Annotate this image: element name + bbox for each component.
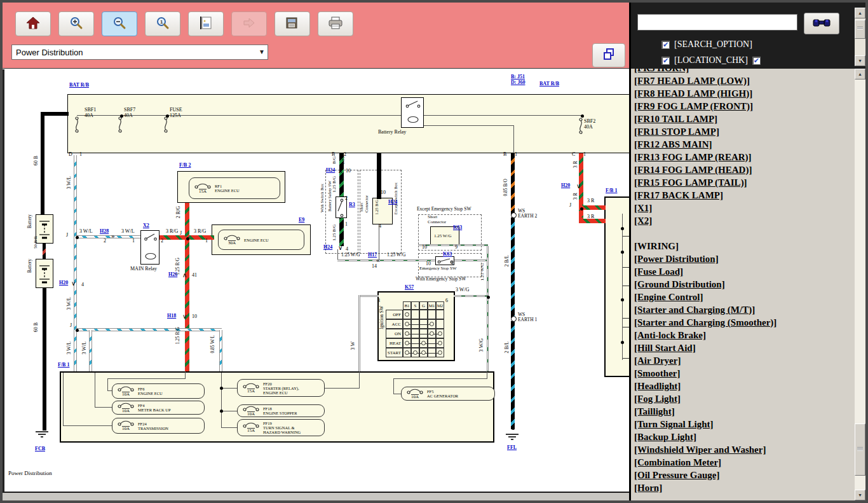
sidebar-link[interactable]: [FR9 FOG LAMP (FRONT)] xyxy=(634,100,855,113)
label-10: 10 xyxy=(192,314,197,320)
sidebar-link[interactable]: [FR14 FOG LAMP (HEAD)] xyxy=(634,163,855,176)
page-preview-button[interactable] xyxy=(188,11,224,36)
sidebar-link[interactable]: [FR5 HORN] xyxy=(634,69,855,74)
zoom-out-button[interactable] xyxy=(102,11,137,36)
sidebar-link[interactable]: [X1] xyxy=(634,202,855,214)
sidebar-link[interactable]: [FR12 ABS MAIN] xyxy=(634,138,855,151)
scroll-thumb[interactable] xyxy=(855,424,865,476)
sidebar-link[interactable]: [Air Dryer] xyxy=(634,354,855,367)
checkbox[interactable]: ✔ xyxy=(661,41,670,49)
label-f-b-1[interactable]: F/B 1 xyxy=(606,188,617,194)
fuse-label: FF19 TURN SIGNAL & HAZARD WARNING xyxy=(263,421,301,434)
label-h24[interactable]: H24 xyxy=(326,168,335,174)
contact-ring xyxy=(405,322,409,326)
sidebar-link[interactable]: [Backup Light] xyxy=(634,431,855,443)
scroll-up-button[interactable]: ▲ xyxy=(855,69,865,79)
checkbox-trailing[interactable]: ✔ xyxy=(752,57,761,65)
sidebar-link[interactable]: [Ground Distribution] xyxy=(634,278,855,291)
fuse-icon: 15A xyxy=(194,183,211,194)
sidebar-link[interactable]: [Starter and Charging (M/T)] xyxy=(634,303,855,316)
sidebar-link[interactable]: [X2] xyxy=(634,214,855,227)
label-ffl[interactable]: FFL xyxy=(507,445,517,451)
sidebar-link[interactable]: [FR11 STOP LAMP] xyxy=(634,125,855,138)
sidebar-link[interactable]: [Starter and Charging (Smoother)] xyxy=(634,316,855,329)
sidebar-link[interactable]: [FR7 HEAD LAMP (LOW)] xyxy=(634,74,855,87)
junction-dot xyxy=(621,298,624,301)
sidebar-link[interactable]: [Fog Light] xyxy=(634,392,855,405)
sidebar-link[interactable]: [Engine Control] xyxy=(634,291,855,303)
scroll-down-button[interactable]: ▼ xyxy=(855,490,865,500)
label-k57[interactable]: K57 xyxy=(405,285,414,291)
sidebar-link[interactable]: [FR10 TAIL LAMP] xyxy=(634,113,855,125)
sidebar-link[interactable]: [Combination Meter] xyxy=(634,456,855,469)
checkbox[interactable]: ✔ xyxy=(661,57,670,65)
label-60-b: 60 B xyxy=(34,322,39,332)
ignition-cell xyxy=(428,310,436,319)
label-: ∨ xyxy=(182,313,187,320)
ignition-cell xyxy=(436,319,444,329)
sidebar-link[interactable]: [Smoother] xyxy=(634,367,855,380)
zoom-in-button[interactable] xyxy=(58,11,94,36)
label-k63[interactable]: K63 xyxy=(443,252,452,258)
label-r3[interactable]: R3 xyxy=(349,202,355,208)
label-f-b-2[interactable]: F/B 2 xyxy=(179,163,191,169)
label-h20[interactable]: H20 xyxy=(59,280,68,286)
label-1: 1 xyxy=(345,222,348,228)
label-3-w-l: 3 W/L xyxy=(67,341,72,355)
label-bat-r-b[interactable]: BAT R/B xyxy=(69,83,89,88)
save-button[interactable] xyxy=(275,11,310,36)
sidebar-link[interactable]: [FR15 FOG LAMP (TAIL)] xyxy=(634,176,855,189)
scroll-up-button[interactable]: ▲ xyxy=(855,8,865,18)
open-new-window-button[interactable] xyxy=(592,43,625,67)
scroll-down-button[interactable]: ▼ xyxy=(855,55,865,66)
sidebar-link[interactable]: [Hill Start Aid] xyxy=(634,341,855,354)
sidebar-link[interactable]: [Fuse Load] xyxy=(634,265,855,278)
sidebar-link[interactable]: [FR13 FOG LAMP (REAR)] xyxy=(634,151,855,163)
wire-th xyxy=(95,373,95,408)
label-ws-earth-1: WS EARTH 1 xyxy=(518,312,537,323)
sidebar-scrollbar[interactable]: ▲ ▼ xyxy=(855,69,865,500)
label-h20[interactable]: H20 xyxy=(561,183,570,189)
fuse-ff4: 10AFF4 METER BACK UP xyxy=(112,401,205,415)
diagram-canvas[interactable]: 15ARF1 ENGINE ECU30AENGINE ECU10AFF6 ENG… xyxy=(3,69,629,492)
label-4: 4 xyxy=(81,282,84,288)
sidebar-link[interactable]: [Oil Pressure Gauge] xyxy=(634,469,855,481)
fuse-label: FF20 STARTER (RELAY), ENGINE ECU xyxy=(263,382,299,395)
label-e9[interactable]: E9 xyxy=(299,217,304,223)
sidebar-link[interactable]: [Taillight] xyxy=(634,405,855,418)
zoomout-icon xyxy=(112,15,127,33)
sidebar-link[interactable]: [FR17 BACK LAMP] xyxy=(634,189,855,202)
search-panel-scrollbar[interactable]: ▲ ▼ xyxy=(855,8,865,66)
label-bat-r-b[interactable]: BAT R/B xyxy=(539,81,559,87)
sidebar-link[interactable]: [Anti-lock Brake] xyxy=(634,329,855,341)
label-b-j51-d-j60[interactable]: B: J51 D: J60 xyxy=(511,74,525,86)
sidebar-link[interactable]: [Windshield Wiper and Washer] xyxy=(634,443,855,456)
zoom-100-button[interactable]: 1 xyxy=(145,11,180,36)
label-h24[interactable]: H24 xyxy=(323,245,332,251)
sidebar-link[interactable]: [Horn] xyxy=(634,481,855,494)
sidebar-link[interactable]: [Power Distribution] xyxy=(634,252,855,265)
label-fcb[interactable]: FCB xyxy=(35,446,45,452)
sidebar-link[interactable]: [Headlight] xyxy=(634,380,855,392)
label-1-25-b-g: 1.25 B/G xyxy=(332,176,337,193)
search-button[interactable] xyxy=(804,13,839,34)
fuse-engine ecu: 30AENGINE ECU xyxy=(218,230,304,250)
label-2: 2 xyxy=(104,238,106,244)
label-h28[interactable]: H28 xyxy=(100,229,109,235)
search-input[interactable] xyxy=(637,14,797,31)
label-10: 10 xyxy=(422,245,427,251)
label-x2[interactable]: X2 xyxy=(143,223,149,229)
print-button[interactable] xyxy=(318,11,353,36)
scroll-thumb[interactable] xyxy=(855,20,865,39)
sidebar-link[interactable]: [Turn Signal Light] xyxy=(634,418,855,431)
relay-symbol xyxy=(140,230,159,265)
home-button[interactable] xyxy=(15,11,51,36)
label-f-b-1[interactable]: F/B 1 xyxy=(58,362,69,368)
label-b: B xyxy=(503,152,506,158)
diagram-select[interactable]: Power Distribution ▼ xyxy=(11,45,268,60)
label-h17[interactable]: H17 xyxy=(368,252,377,258)
sidebar-link[interactable]: [FR8 HEAD LAMP (HIGH)] xyxy=(634,87,855,100)
wire-wl xyxy=(89,330,92,371)
label-k63[interactable]: K63 xyxy=(453,225,462,231)
label-h18[interactable]: H18 xyxy=(167,314,176,319)
